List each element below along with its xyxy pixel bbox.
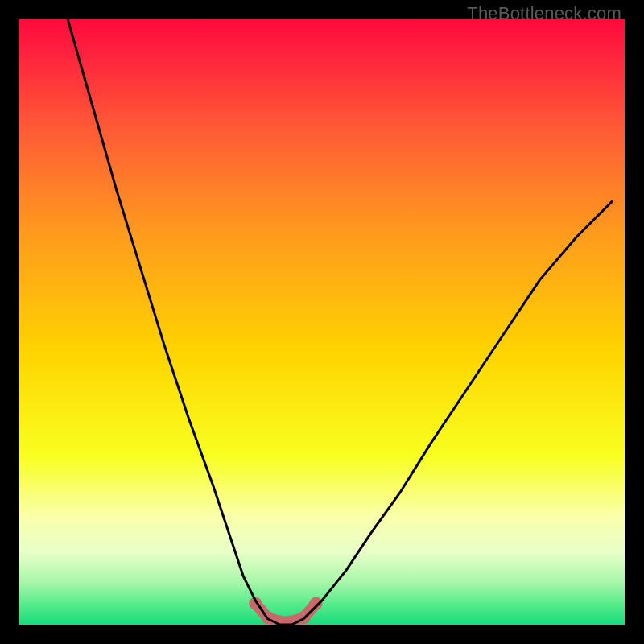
gradient-rect: [19, 19, 625, 625]
plot-area: [19, 19, 625, 625]
chart-frame: TheBottleneck.com: [0, 0, 644, 644]
chart-svg: [19, 19, 625, 625]
watermark-text: TheBottleneck.com: [467, 3, 621, 24]
